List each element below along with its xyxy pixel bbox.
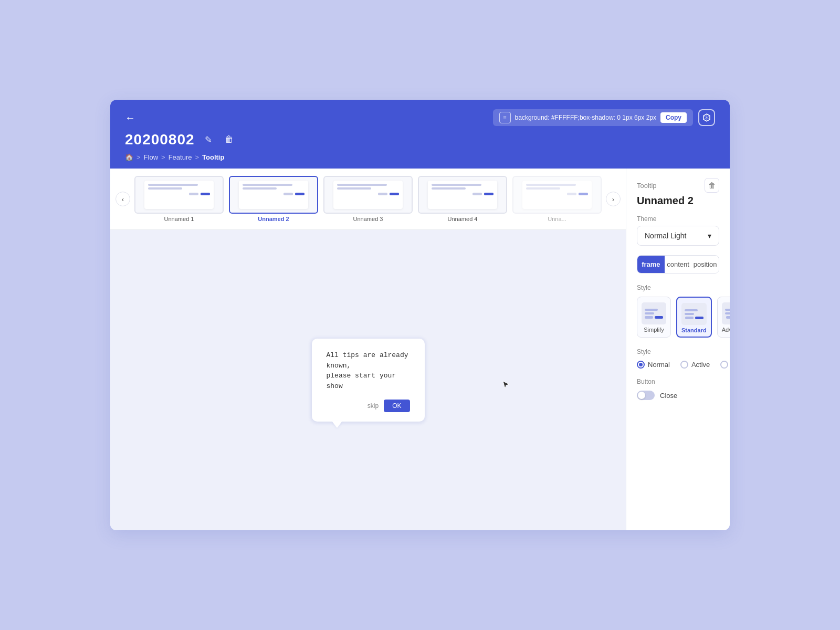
thumb-label-5: Unna... — [548, 216, 566, 222]
close-toggle[interactable] — [637, 391, 655, 400]
right-panel: Tooltip 🗑 Unnamed 2 Theme Normal Light ▾… — [626, 169, 730, 530]
thumbnail-item[interactable]: Unnamed 3 — [323, 176, 413, 222]
breadcrumb-flow[interactable]: Flow — [144, 153, 158, 161]
thumbnail-strip: ‹ Unn — [110, 169, 626, 230]
tooltip-arrow — [332, 421, 342, 428]
breadcrumb-tooltip: Tooltip — [202, 153, 224, 161]
page-title: 20200802 — [125, 131, 195, 148]
toggle-label: Close — [660, 392, 677, 400]
panel-label: Tooltip — [637, 182, 657, 190]
copy-button[interactable]: Copy — [660, 112, 687, 123]
code-display: ≡ background: #FFFFFF;box-shadow: 0 1px … — [493, 109, 693, 126]
main-body: ‹ Unn — [110, 169, 730, 530]
thumb-label-3: Unnamed 3 — [353, 216, 383, 222]
thumb-card-1[interactable] — [134, 176, 224, 214]
tab-row: frame content position — [637, 255, 719, 274]
button-section-label: Button — [637, 378, 719, 385]
chevron-down-icon: ▾ — [708, 232, 711, 240]
thumb-card-4[interactable] — [418, 176, 507, 214]
edit-button[interactable]: ✎ — [202, 133, 215, 146]
radio-normal-label: Normal — [648, 361, 670, 369]
canvas-area: ‹ Unn — [110, 169, 626, 530]
thumb-card-2[interactable] — [229, 176, 318, 214]
thumb-label-4: Unnamed 4 — [448, 216, 478, 222]
delete-button[interactable]: 🗑 — [222, 133, 236, 146]
strip-prev-button[interactable]: ‹ — [116, 192, 130, 206]
radio-active-label: Active — [691, 361, 710, 369]
thumbnail-item[interactable]: Unnamed 4 — [418, 176, 507, 222]
radio-group: Normal Active Disabled — [637, 361, 719, 369]
tab-position[interactable]: position — [691, 256, 719, 273]
thumb-card-5[interactable] — [512, 176, 602, 214]
header-top: ← ≡ background: #FFFFFF;box-shadow: 0 1p… — [125, 109, 715, 126]
cursor-indicator — [502, 380, 510, 391]
thumbnail-item[interactable]: Unna... — [512, 176, 602, 222]
style-card-standard-label: Standard — [681, 327, 707, 333]
header: ← ≡ background: #FFFFFF;box-shadow: 0 1p… — [110, 100, 730, 169]
back-button[interactable]: ← — [125, 112, 135, 124]
home-icon[interactable]: 🏠 — [125, 153, 133, 161]
panel-title: Unnamed 2 — [637, 195, 719, 207]
thumb-card-3[interactable] — [323, 176, 413, 214]
tooltip-ok-button[interactable]: OK — [384, 400, 410, 412]
theme-label: Theme — [637, 215, 719, 223]
style-card-advanced-label: Advanced — [722, 327, 730, 333]
breadcrumb-feature[interactable]: Feature — [169, 153, 192, 161]
thumbnail-item[interactable]: Unnamed 1 — [134, 176, 224, 222]
panel-header: Tooltip 🗑 — [637, 178, 719, 193]
radio-normal-circle — [637, 361, 645, 369]
app-window: ← ≡ background: #FFFFFF;box-shadow: 0 1p… — [110, 100, 730, 530]
style-card-advanced[interactable]: Advanced — [717, 297, 730, 338]
toggle-knob — [638, 392, 645, 399]
thumb-label-2: Unnamed 2 — [258, 216, 289, 222]
thumbnail-list: Unnamed 1 — [130, 176, 606, 222]
breadcrumb: 🏠 > Flow > Feature > Tooltip — [125, 153, 715, 169]
style-card-simplify[interactable]: Simplify — [637, 297, 671, 338]
radio-active-circle — [680, 361, 688, 369]
theme-select[interactable]: Normal Light ▾ — [637, 226, 719, 246]
style-card-standard[interactable]: Standard — [676, 297, 712, 338]
tooltip-popup: All tips are already known,please start … — [312, 339, 425, 422]
canvas-preview: All tips are already known,please start … — [110, 230, 626, 530]
tooltip-actions: skip OK — [327, 400, 410, 412]
tooltip-skip-button[interactable]: skip — [368, 402, 379, 410]
radio-normal[interactable]: Normal — [637, 361, 670, 369]
radio-disabled-circle — [720, 361, 728, 369]
code-text: background: #FFFFFF;box-shadow: 0 1px 6p… — [515, 114, 656, 121]
radio-active[interactable]: Active — [680, 361, 710, 369]
header-title-row: 20200802 ✎ 🗑 — [125, 131, 715, 148]
thumbnail-item[interactable]: Unnamed 2 — [229, 176, 318, 222]
code-icon: ≡ — [499, 112, 511, 123]
strip-next-button[interactable]: › — [606, 192, 621, 206]
thumb-label-1: Unnamed 1 — [164, 216, 194, 222]
toggle-row: Close — [637, 391, 719, 400]
3d-icon[interactable] — [698, 109, 715, 126]
tab-frame[interactable]: frame — [637, 256, 665, 273]
style-card-simplify-label: Simplify — [644, 327, 664, 333]
tooltip-text: All tips are already known,please start … — [327, 350, 410, 391]
style-section-label: Style — [637, 284, 719, 291]
tab-content[interactable]: content — [665, 256, 692, 273]
panel-delete-button[interactable]: 🗑 — [705, 178, 719, 193]
style-label: Style — [637, 348, 719, 355]
style-cards: Simplify Standard — [637, 297, 719, 338]
radio-disabled[interactable]: Disabled — [720, 361, 730, 369]
